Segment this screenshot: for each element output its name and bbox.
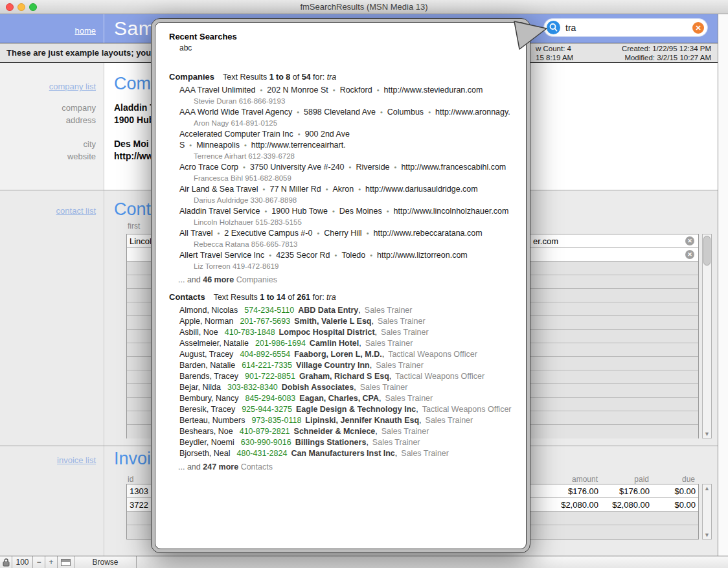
- remove-row-icon[interactable]: ✕: [685, 250, 694, 259]
- company-result-row[interactable]: All Travel•2 Executive Campus #-0•Cherry…: [179, 228, 513, 250]
- bullet-icon: •: [243, 163, 245, 171]
- contact-result-row[interactable]: Barends, Tracey901-722-8851Graham, Richa…: [179, 371, 513, 382]
- company-website: http://www.terrenceairhart.: [251, 141, 346, 150]
- contact-phone: 480-431-2824: [237, 449, 288, 458]
- search-input[interactable]: tra ✕: [543, 18, 708, 37]
- company-website-field[interactable]: http://ww: [114, 151, 154, 161]
- company-result-row[interactable]: Aladdin Travel Service•1900 Hub Towe•Des…: [179, 206, 513, 228]
- lock-icon[interactable]: [0, 556, 12, 568]
- more-companies-suffix: Companies: [236, 275, 277, 284]
- company-label: company: [0, 103, 96, 113]
- scroll-up-icon[interactable]: ▲: [703, 485, 711, 492]
- company-contact-info: Stevie Duran 616-866-9193: [179, 96, 513, 107]
- company-result-line: Accelerated Computer Train Inc•900 2nd A…: [179, 129, 513, 151]
- contact-title: Sales Trainer: [365, 339, 413, 348]
- invoice-id-cell[interactable]: 1303: [130, 486, 148, 496]
- contact-result-row[interactable]: Bembury, Nancy845-294-6083Eagan, Charles…: [179, 393, 513, 404]
- bullet-icon: •: [367, 229, 369, 237]
- remove-row-icon[interactable]: ✕: [685, 236, 694, 245]
- companies-for: for:: [313, 73, 324, 82]
- company-city: Des Moines: [339, 207, 382, 216]
- more-contacts-count: 247 more: [203, 462, 238, 471]
- bullet-icon: •: [358, 185, 361, 193]
- sidebar-divider: [104, 63, 104, 556]
- company-address-field[interactable]: 1900 Hub: [114, 115, 154, 125]
- website-label: website: [0, 152, 96, 161]
- contact-result-row[interactable]: Beresik, Tracey925-944-3275Eagle Design …: [179, 404, 513, 415]
- bullet-icon: •: [428, 108, 431, 116]
- scroll-down-icon[interactable]: ▼: [703, 431, 711, 437]
- invoice-list-link[interactable]: invoice list: [0, 455, 96, 465]
- more-companies-link[interactable]: ... and 46 more Companies: [178, 275, 513, 286]
- contact-result-row[interactable]: Almond, Nicolas574-234-5110ABD Data Entr…: [179, 305, 513, 316]
- bullet-icon: •: [263, 185, 266, 193]
- scrollbar-thumb[interactable]: [703, 236, 711, 266]
- company-contact-info: Terrence Airhart 612-339-6728: [179, 151, 513, 162]
- zoom-out-icon[interactable]: −: [33, 556, 45, 568]
- more-contacts-link[interactable]: ... and 247 more Contacts: [178, 462, 513, 473]
- company-list-link[interactable]: company list: [0, 82, 96, 91]
- contact-result-row[interactable]: Asselmeier, Natalie201-986-1694Camlin Ho…: [179, 338, 513, 349]
- company-result-line: Air Land & Sea Travel•77 N Miller Rd•Akr…: [179, 184, 513, 195]
- company-city: Riverside: [356, 163, 389, 172]
- contact-name: Barden, Natalie: [179, 361, 235, 370]
- contact-result-row[interactable]: Beydler, Noemi630-990-9016Billings Stati…: [179, 437, 513, 448]
- minimize-window-button[interactable]: [17, 3, 25, 11]
- company-result-line: AAA World Wide Travel Agency•5898 Clevel…: [179, 107, 513, 118]
- contacts-title: Contacts: [169, 292, 205, 302]
- id-column-label: id: [128, 475, 133, 484]
- contact-result-row[interactable]: Barden, Natalie614-221-7335Village Count…: [179, 360, 513, 371]
- zoom-in-icon[interactable]: +: [45, 556, 58, 568]
- company-contact-info: Darius Auldridge 330-867-8898: [179, 195, 513, 206]
- zoom-window-button[interactable]: [29, 3, 37, 11]
- popup-callout-arrow: [509, 17, 549, 51]
- contact-title: Sales Trainer: [426, 416, 473, 425]
- company-result-row[interactable]: AAA World Wide Travel Agency•5898 Clevel…: [179, 107, 513, 129]
- toggle-statusbar-icon[interactable]: [58, 556, 74, 568]
- companies-range: 1 to 8: [269, 73, 291, 82]
- close-window-button[interactable]: [6, 3, 14, 11]
- bullet-icon: •: [394, 163, 397, 171]
- company-result-row[interactable]: Allert Travel Service Inc•4235 Secor Rd•…: [179, 250, 513, 272]
- company-name-field[interactable]: Aladdin T: [114, 102, 155, 113]
- contact-result-row[interactable]: Asbill, Noe410-783-1848Lompoc Hospital D…: [179, 327, 513, 338]
- company-result-line: Acro Trace Corp•3750 University Ave #-24…: [179, 162, 513, 173]
- contact-website-cell[interactable]: er.com: [533, 236, 558, 246]
- contact-result-row[interactable]: Apple, Norman201-767-5693Smith, Valerie …: [179, 316, 513, 327]
- company-address: 1900 Hub Towe: [271, 207, 328, 216]
- companies-title: Companies: [169, 72, 214, 82]
- contact-table-scrollbar[interactable]: ▼: [702, 234, 712, 438]
- modified-timestamp: Modified: 3/2/15 10:27 AM: [557, 54, 711, 62]
- comma: ,: [375, 328, 377, 337]
- company-result-row[interactable]: Air Land & Sea Travel•77 N Miller Rd•Akr…: [179, 184, 513, 206]
- company-city-field[interactable]: Des Moi: [114, 139, 149, 149]
- home-link[interactable]: home: [0, 26, 96, 36]
- company-result-row[interactable]: Accelerated Computer Train Inc•900 2nd A…: [179, 129, 513, 162]
- scroll-down-icon[interactable]: ▼: [703, 532, 711, 538]
- contact-company: Lipinski, Jennifer Knauth Esq: [305, 416, 419, 425]
- bullet-icon: •: [317, 229, 319, 237]
- recent-search-item[interactable]: abc: [179, 43, 513, 52]
- contact-result-row[interactable]: Berteau, Numbers973-835-0118Lipinski, Je…: [179, 415, 513, 426]
- invoice-id-cell[interactable]: 3722: [130, 500, 148, 510]
- clear-search-icon[interactable]: ✕: [692, 22, 704, 34]
- contact-result-row[interactable]: Bjorseth, Neal480-431-2824Can Manufactur…: [179, 448, 513, 459]
- contact-result-row[interactable]: Bejar, Nilda303-832-8340Dobish Associate…: [179, 382, 513, 393]
- contact-result-row[interactable]: Beshears, Noe410-879-2821Schneider & Mcn…: [179, 426, 513, 437]
- invoice-table-scrollbar[interactable]: ▲ ▼: [702, 484, 712, 540]
- contact-list-link[interactable]: contact list: [0, 206, 96, 216]
- bullet-icon: •: [269, 251, 271, 259]
- contact-company: Billings Stationers: [295, 438, 367, 447]
- contact-title: Sales Trainer: [376, 361, 424, 370]
- example-layout-notice: These are just example layouts; you: [6, 48, 151, 58]
- mode-selector[interactable]: Browse: [74, 556, 137, 568]
- contact-result-row[interactable]: August, Tracey404-892-6554Faaborg, Loren…: [179, 349, 513, 360]
- company-result-row[interactable]: AAA Travel Unlimited•202 N Monroe St•Roc…: [179, 85, 513, 107]
- contacts-search-term: tra: [326, 293, 336, 302]
- contact-title: Sales Trainer: [372, 438, 420, 447]
- invoice-section-heading: Invoi: [114, 449, 151, 469]
- contact-title: Sales Trainer: [401, 449, 449, 458]
- company-result-row[interactable]: Acro Trace Corp•3750 University Ave #-24…: [179, 162, 513, 184]
- contact-phone: 845-294-6083: [245, 394, 295, 403]
- more-contacts-suffix: Contacts: [241, 462, 273, 471]
